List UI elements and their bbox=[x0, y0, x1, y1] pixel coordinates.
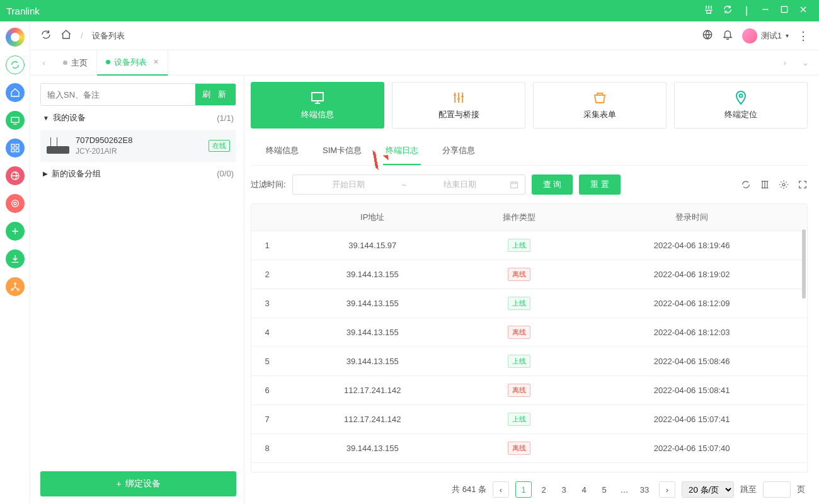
rail-plus[interactable] bbox=[6, 222, 25, 241]
cell-time: 2022-04-06 18:19:02 bbox=[576, 260, 807, 289]
fullscreen-icon[interactable] bbox=[798, 180, 808, 190]
page-number[interactable]: 33 bbox=[636, 481, 653, 498]
subtab-sim[interactable]: SIM卡信息 bbox=[320, 137, 364, 165]
caret-right-icon: ▶ bbox=[43, 170, 48, 177]
cell-time: 2022-04-06 15:08:46 bbox=[576, 347, 807, 376]
search-input[interactable] bbox=[41, 84, 195, 105]
page-next[interactable]: › bbox=[659, 481, 675, 498]
cell-idx: 1 bbox=[251, 231, 283, 260]
settings-icon[interactable] bbox=[779, 180, 789, 190]
tab-home[interactable]: 主页 bbox=[54, 50, 97, 76]
reload-icon[interactable] bbox=[40, 29, 52, 42]
close-tab-icon[interactable]: ✕ bbox=[153, 58, 159, 66]
more-icon[interactable]: ⋮ bbox=[798, 29, 809, 43]
device-sn: 707D950262E8 bbox=[76, 135, 202, 146]
subtab-logs[interactable]: 终端日志 bbox=[383, 137, 421, 165]
avatar bbox=[742, 28, 757, 43]
tabs-more[interactable]: ⌄ bbox=[795, 58, 815, 67]
scrollbar[interactable] bbox=[802, 229, 806, 299]
rail-network[interactable] bbox=[6, 277, 25, 296]
reload-table-icon[interactable] bbox=[741, 180, 751, 190]
bigtab-label: 配置与桥接 bbox=[438, 109, 479, 120]
cell-ip: 39.144.15.97 bbox=[283, 231, 462, 260]
jump-suffix: 页 bbox=[797, 484, 805, 495]
density-icon[interactable] bbox=[760, 180, 770, 190]
refresh-button[interactable]: 刷 新 bbox=[195, 84, 236, 105]
rail-devices[interactable] bbox=[6, 111, 25, 130]
bigtab-terminal-info[interactable]: 终端信息 bbox=[251, 82, 384, 129]
breadcrumb-home-icon[interactable] bbox=[60, 29, 72, 42]
end-date-ph: 结束日期 bbox=[411, 179, 510, 190]
user-menu[interactable]: 测试1 ▾ bbox=[742, 28, 789, 43]
sub-tabs: 终端信息 SIM卡信息 终端日志 分享信息 bbox=[251, 137, 808, 166]
page-size-select[interactable]: 20 条/页 bbox=[682, 481, 734, 498]
rail-grid[interactable] bbox=[6, 139, 25, 158]
cell-op: 离线 bbox=[462, 376, 576, 405]
rail-download[interactable] bbox=[6, 249, 25, 268]
rail-globe[interactable] bbox=[6, 166, 25, 185]
tabs-prev[interactable]: ‹ bbox=[34, 58, 54, 67]
caret-down-icon: ▼ bbox=[43, 115, 49, 122]
tabs-next[interactable]: › bbox=[775, 58, 795, 67]
cell-ip: 39.144.13.155 bbox=[283, 318, 462, 347]
cell-idx: 8 bbox=[251, 434, 283, 463]
cell-ip: 39.144.13.155 bbox=[283, 260, 462, 289]
total-count: 共 641 条 bbox=[452, 484, 486, 495]
table-row: 5 39.144.13.155 上线 2022-04-06 15:08:46 bbox=[251, 347, 807, 376]
rail-home[interactable] bbox=[6, 83, 25, 102]
cell-op: 上线 bbox=[462, 405, 576, 434]
minimize-button[interactable] bbox=[756, 4, 775, 17]
top-toolbar: / 设备列表 测试1 ▾ ⋮ bbox=[30, 21, 819, 50]
bell-icon[interactable] bbox=[722, 29, 733, 42]
group-my-devices[interactable]: ▼ 我的设备 (1/1) bbox=[40, 106, 236, 130]
cell-ip: 112.17.241.142 bbox=[283, 376, 462, 405]
window-titlebar: Tranlink | bbox=[0, 0, 819, 21]
cell-idx: 6 bbox=[251, 376, 283, 405]
page-number[interactable]: 1 bbox=[515, 481, 532, 498]
reset-button[interactable]: 重 置 bbox=[579, 175, 621, 195]
page-number[interactable]: 4 bbox=[576, 481, 592, 498]
svg-rect-5 bbox=[16, 149, 19, 152]
bind-device-button[interactable]: +绑定设备 bbox=[40, 471, 236, 496]
maximize-button[interactable] bbox=[775, 4, 794, 17]
page-number[interactable]: 2 bbox=[536, 481, 552, 498]
group-name: 我的设备 bbox=[53, 112, 86, 123]
svg-point-7 bbox=[11, 200, 18, 207]
close-button[interactable] bbox=[794, 4, 813, 17]
svg-rect-15 bbox=[510, 182, 517, 188]
connection-icon[interactable] bbox=[699, 4, 718, 17]
start-date-ph: 开始日期 bbox=[299, 179, 398, 190]
chevron-down-icon: ▾ bbox=[786, 32, 789, 39]
refresh-icon[interactable] bbox=[718, 4, 737, 17]
jump-input[interactable] bbox=[763, 481, 791, 498]
subtab-terminal-info[interactable]: 终端信息 bbox=[263, 137, 301, 165]
group-new[interactable]: ▶ 新的设备分组 (0/0) bbox=[40, 162, 236, 186]
page-number[interactable]: 3 bbox=[556, 481, 572, 498]
cell-time: 2022-04-06 18:12:09 bbox=[576, 289, 807, 318]
table-row: 6 112.17.241.142 离线 2022-04-06 15:08:41 bbox=[251, 376, 807, 405]
table-row: 1 39.144.15.97 上线 2022-04-06 18:19:46 bbox=[251, 231, 807, 260]
device-card[interactable]: 707D950262E8 JCY-201AIR 在线 bbox=[40, 130, 236, 162]
page-prev[interactable]: ‹ bbox=[493, 481, 509, 498]
table-row: 7 112.17.241.142 上线 2022-04-06 15:07:41 bbox=[251, 405, 807, 434]
app-title: Tranlink bbox=[6, 6, 699, 16]
cell-time: 2022-04-06 15:07:41 bbox=[576, 405, 807, 434]
breadcrumb-page: 设备列表 bbox=[92, 30, 125, 42]
page-number[interactable]: 5 bbox=[596, 481, 612, 498]
query-button[interactable]: 查 询 bbox=[532, 175, 573, 195]
tab-devices[interactable]: 设备列表✕ bbox=[97, 50, 168, 76]
rail-target[interactable] bbox=[6, 194, 25, 213]
app-logo bbox=[6, 28, 25, 47]
language-icon[interactable] bbox=[702, 29, 713, 42]
date-range-picker[interactable]: 开始日期 ~ 结束日期 bbox=[292, 175, 525, 195]
rail-refresh[interactable] bbox=[6, 55, 25, 74]
icon-rail bbox=[0, 21, 30, 504]
bigtab-location[interactable]: 终端定位 bbox=[674, 82, 808, 129]
subtab-share[interactable]: 分享信息 bbox=[440, 137, 478, 165]
cell-idx: 3 bbox=[251, 289, 283, 318]
svg-rect-3 bbox=[16, 144, 19, 147]
table-row: 4 39.144.13.155 离线 2022-04-06 18:12:03 bbox=[251, 318, 807, 347]
bigtab-collect[interactable]: 采集表单 bbox=[533, 82, 667, 129]
bigtab-config[interactable]: 配置与桥接 bbox=[392, 82, 525, 129]
plus-icon: + bbox=[116, 479, 121, 489]
